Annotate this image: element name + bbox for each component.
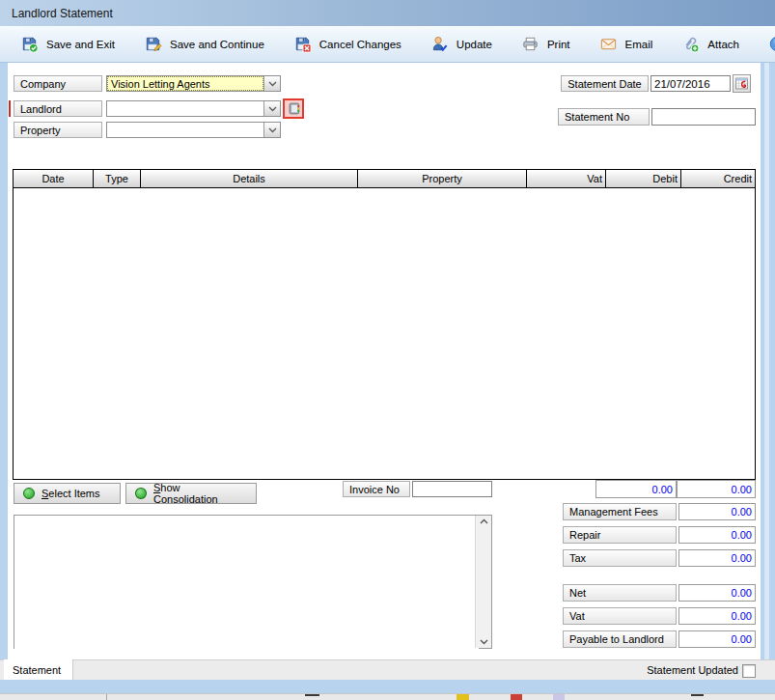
show-consolidation-button[interactable]: Show Consolidation [125,483,257,504]
help-icon: ? [768,35,775,53]
statement-date-input[interactable] [650,75,731,92]
calendar-icon [734,76,749,91]
attach-button[interactable]: Attach [669,31,752,57]
notes-textarea[interactable] [14,516,479,652]
update-button[interactable]: Update [418,31,505,57]
tax-label: Tax [563,549,677,567]
landlord-statement-window: Landlord Statement Save and Exit Save an… [0,0,775,700]
scroll-down-icon[interactable] [480,639,488,645]
grid-body[interactable] [14,188,755,480]
company-label: Company [14,75,102,92]
toolbar: Save and Exit Save and Continue Cancel C… [0,26,775,63]
property-combo[interactable] [106,122,281,138]
save-continue-icon [144,35,162,53]
cancel-changes-button[interactable]: Cancel Changes [281,31,414,57]
vat-label: Vat [563,607,677,625]
column-header-debit: Debit [606,170,681,187]
property-combo-arrow[interactable] [263,123,280,137]
window-border-left [0,63,8,659]
property-label: Property [14,122,102,138]
notes-scrollbar[interactable] [475,516,491,648]
print-label: Print [547,39,570,50]
chevron-down-icon [268,127,277,133]
background-icon [511,694,522,700]
save-and-exit-button[interactable]: Save and Exit [8,31,127,57]
statement-date-label: Statement Date [561,75,649,92]
statement-grid: Date Type Details Property Vat Debit Cre… [13,169,756,480]
column-header-credit: Credit [681,170,755,187]
invoice-no-label: Invoice No [343,481,410,497]
title-bar: Landlord Statement [0,0,775,26]
window-border-bottom [0,680,775,693]
attach-label: Attach [707,39,739,50]
email-icon [599,35,618,53]
landlord-combo-arrow[interactable] [263,101,280,116]
net-label: Net [563,584,677,602]
background-window-sliver [0,693,775,700]
update-label: Update [457,39,492,50]
print-button[interactable]: Print [509,31,583,57]
required-field-indicator [9,100,11,117]
statement-date-calendar-button[interactable] [733,74,751,93]
management-fees-label: Management Fees [563,503,677,520]
attach-icon [681,35,700,53]
debit-total-value: 0.00 [595,480,677,498]
chevron-down-icon [268,81,277,87]
notes-panel [14,515,492,649]
landlord-combo-value [107,101,263,116]
invoice-no-input[interactable] [412,481,492,497]
cancel-changes-label: Cancel Changes [319,39,401,50]
column-header-property: Property [358,170,527,187]
grid-header: Date Type Details Property Vat Debit Cre… [14,170,755,188]
statement-no-input[interactable] [651,108,756,126]
print-icon [521,35,540,53]
background-icon [457,694,469,700]
show-consolidation-label: Show Consolidation [153,482,247,505]
column-header-details: Details [141,170,358,187]
tab-statement[interactable]: Statement [4,659,73,680]
repair-label: Repair [563,526,677,544]
company-combo[interactable]: Vision Letting Agents [106,75,281,92]
net-value: 0.00 [678,584,756,602]
repair-value: 0.00 [678,526,756,544]
select-items-button[interactable]: Select Items [14,483,121,504]
scroll-up-icon[interactable] [480,518,488,524]
column-header-type: Type [94,170,141,187]
help-button[interactable]: ? Help [756,31,775,57]
select-items-label: Select Items [42,488,100,499]
payable-to-landlord-label: Payable to Landlord [563,630,677,648]
background-icon [553,694,565,700]
credit-total-value: 0.00 [677,480,756,498]
address-book-icon [287,101,301,116]
landlord-contacts-button[interactable] [283,98,304,119]
green-status-icon [135,488,147,499]
management-fees-value: 0.00 [678,503,756,520]
email-button[interactable]: Email [587,31,666,57]
save-and-continue-label: Save and Continue [170,39,264,50]
cancel-changes-icon [293,35,312,53]
company-combo-arrow[interactable] [263,76,280,91]
column-header-vat: Vat [527,170,606,187]
statement-updated-checkbox[interactable] [742,664,756,678]
payable-to-landlord-value: 0.00 [678,630,756,648]
window-title: Landlord Statement [12,7,113,20]
green-status-icon [23,488,35,499]
landlord-combo[interactable] [106,100,281,117]
statement-no-label: Statement No [558,108,650,126]
vat-value: 0.00 [678,607,756,625]
save-exit-icon [20,35,39,53]
property-combo-value [107,123,263,137]
statement-updated-label: Statement Updated [540,659,738,680]
column-header-date: Date [14,170,94,187]
tax-value: 0.00 [678,549,756,567]
email-label: Email [625,39,653,50]
save-and-continue-button[interactable]: Save and Continue [131,31,277,57]
chevron-down-icon [268,106,277,112]
company-combo-value: Vision Letting Agents [107,76,263,91]
save-and-exit-label: Save and Exit [46,39,115,50]
window-border-right [761,63,775,659]
update-icon [430,35,449,53]
landlord-label: Landlord [14,100,102,117]
